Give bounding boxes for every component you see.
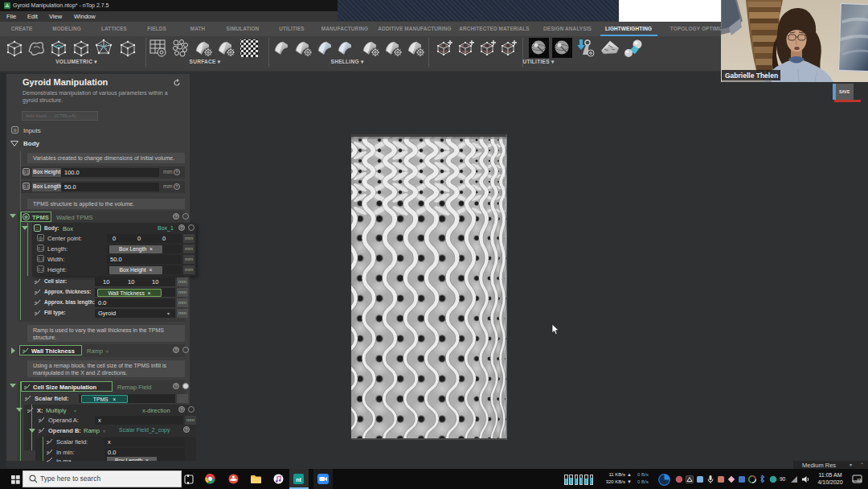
svg-text:nt: nt <box>296 477 301 483</box>
